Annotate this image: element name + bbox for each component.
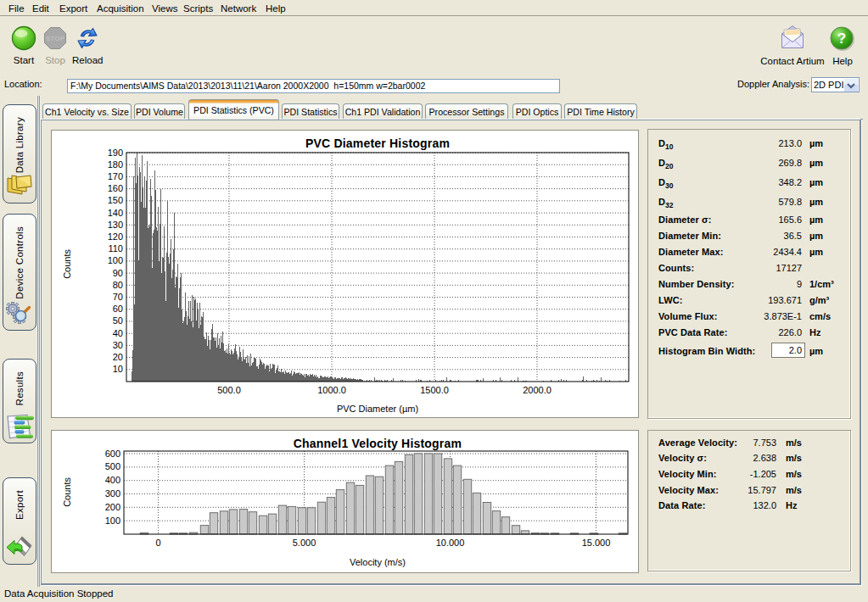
svg-text:40: 40 (113, 328, 123, 338)
svg-text:170: 170 (108, 171, 123, 181)
svg-text:10: 10 (113, 364, 123, 374)
svg-text:STOP: STOP (46, 35, 65, 42)
svg-text:20: 20 (113, 352, 123, 362)
svg-text:160: 160 (108, 183, 123, 193)
svg-text:100: 100 (105, 516, 120, 526)
svg-text:1500.0: 1500.0 (420, 385, 449, 395)
svg-text:180: 180 (108, 159, 123, 170)
svg-text:500.0: 500.0 (217, 385, 241, 395)
svg-text:90: 90 (113, 268, 123, 278)
svg-text:600: 600 (105, 449, 120, 459)
svg-text:110: 110 (108, 243, 123, 254)
svg-text:150: 150 (108, 195, 123, 205)
svg-text:50: 50 (113, 315, 123, 326)
svg-text:500: 500 (105, 461, 120, 471)
svg-text:1000.0: 1000.0 (317, 385, 346, 395)
svg-text:120: 120 (108, 231, 123, 242)
svg-text:70: 70 (113, 292, 123, 302)
svg-text:100: 100 (108, 255, 123, 265)
svg-text:0: 0 (155, 538, 160, 548)
svg-text:80: 80 (113, 280, 123, 290)
svg-text:15.000: 15.000 (582, 538, 611, 548)
svg-text:200: 200 (105, 502, 120, 512)
svg-text:190: 190 (108, 148, 123, 158)
svg-text:400: 400 (105, 475, 120, 485)
svg-text:130: 130 (108, 220, 123, 230)
svg-text:60: 60 (113, 304, 123, 314)
svg-text:300: 300 (105, 488, 120, 499)
svg-text:10.000: 10.000 (436, 538, 465, 548)
svg-text:5.000: 5.000 (293, 538, 316, 548)
svg-text:30: 30 (113, 340, 123, 350)
svg-text:140: 140 (108, 208, 123, 218)
svg-text:2000.0: 2000.0 (523, 385, 552, 395)
svg-text:?: ? (837, 31, 846, 47)
